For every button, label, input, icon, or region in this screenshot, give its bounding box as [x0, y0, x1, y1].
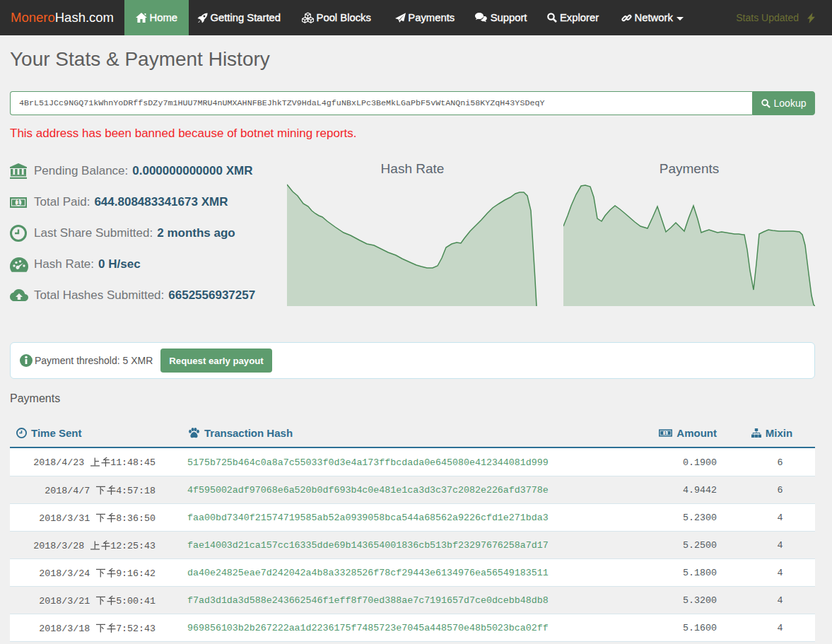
svg-text:1: 1 [16, 198, 20, 206]
svg-text:1: 1 [664, 431, 667, 435]
